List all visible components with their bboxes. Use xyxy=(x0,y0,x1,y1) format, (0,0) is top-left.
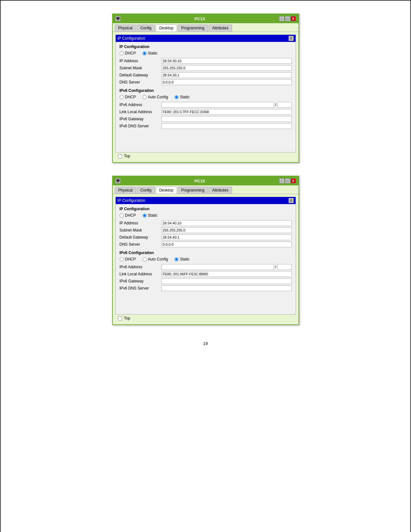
ipv6-dns-label-pc15: IPv6 DNS Server xyxy=(120,286,161,291)
ip-config-close-pc15[interactable]: X xyxy=(289,198,294,203)
ipv6-dhcp-radio-pc13[interactable]: DHCP xyxy=(120,95,136,99)
top-checkbox-pc15[interactable] xyxy=(118,316,122,320)
tab-attributes-pc15[interactable]: Attributes xyxy=(209,187,232,194)
ipv6-prefix-input-pc13[interactable] xyxy=(277,102,292,108)
pc13-window-icon xyxy=(115,16,121,21)
tab-desktop-pc13[interactable]: Desktop xyxy=(156,25,177,32)
dhcp-radio-input-pc13[interactable] xyxy=(120,51,124,55)
ipv6-static-input-pc13[interactable] xyxy=(174,95,179,99)
tab-config-pc13[interactable]: Config xyxy=(137,25,155,32)
default-gateway-row-pc15: Default Gateway xyxy=(120,234,292,240)
svg-rect-0 xyxy=(116,17,120,19)
tab-desktop-pc15[interactable]: Desktop xyxy=(156,187,177,194)
tab-programming-pc15[interactable]: Programming xyxy=(178,187,208,194)
ipv6-radio-row-pc13: DHCP Auto Config Static xyxy=(120,95,292,99)
ipv6-dns-label-pc13: IPv6 DNS Server xyxy=(120,124,161,128)
ip-config-close-pc13[interactable]: X xyxy=(289,36,294,41)
ipv6-auto-radio-pc15[interactable]: Auto Config xyxy=(142,257,168,261)
ipv6-dns-input-pc13[interactable] xyxy=(161,123,292,129)
top-checkbox-row-pc15: Top xyxy=(115,315,296,322)
svg-rect-2 xyxy=(117,20,119,20)
ip-address-input-pc13[interactable] xyxy=(161,58,292,64)
ipv6-address-input-pc15[interactable] xyxy=(161,264,274,270)
tab-attributes-pc13[interactable]: Attributes xyxy=(209,25,232,32)
ipv6-auto-radio-pc13[interactable]: Auto Config xyxy=(142,95,168,99)
top-checkbox-row-pc13: Top xyxy=(115,153,296,160)
tab-physical-pc15[interactable]: Physical xyxy=(115,187,136,194)
ipv6-dns-row-pc13: IPv6 DNS Server xyxy=(120,123,292,129)
tabs-pc15: Physical Config Desktop Programming Attr… xyxy=(113,185,298,194)
section-ipv6-pc13: IPv6 Configuration xyxy=(120,88,292,93)
ipv6-static-radio-pc13[interactable]: Static xyxy=(174,95,190,99)
ipv6-static-radio-pc15[interactable]: Static xyxy=(174,257,190,261)
ip-address-label-pc15: IP Address xyxy=(120,221,161,225)
ipv6-gateway-input-pc13[interactable] xyxy=(161,116,292,122)
close-btn-pc15[interactable]: X xyxy=(291,178,296,183)
ipv6-address-input-pc13[interactable] xyxy=(161,102,274,108)
subnet-mask-row-pc15: Subnet Mask xyxy=(120,227,292,233)
dns-server-row-pc15: DNS Server xyxy=(120,241,292,247)
content-pc15: IP Configuration X IP Configuration DHCP… xyxy=(113,194,298,324)
tab-programming-pc13[interactable]: Programming xyxy=(178,25,208,32)
static-radio-pc13[interactable]: Static xyxy=(142,51,158,55)
tab-config-pc15[interactable]: Config xyxy=(137,187,155,194)
ip-config-header-pc13: IP Configuration X xyxy=(116,35,296,42)
ipv6-dhcp-radio-pc15[interactable]: DHCP xyxy=(120,257,136,261)
svg-rect-3 xyxy=(116,179,120,182)
svg-rect-5 xyxy=(117,182,119,182)
link-local-input-pc15[interactable] xyxy=(161,271,292,277)
minimize-btn-pc13[interactable]: − xyxy=(279,16,284,21)
top-checkbox-pc13[interactable] xyxy=(118,154,122,158)
ipv6-dns-row-pc15: IPv6 DNS Server xyxy=(120,285,292,291)
ip-config-body-pc13: IP Configuration DHCP Static IP Address xyxy=(116,42,296,152)
top-checkbox-label-pc15: Top xyxy=(124,316,130,320)
tabs-pc13: Physical Config Desktop Programming Attr… xyxy=(113,23,298,32)
default-gateway-row-pc13: Default Gateway xyxy=(120,72,292,78)
svg-rect-1 xyxy=(117,19,119,20)
tab-physical-pc13[interactable]: Physical xyxy=(115,25,136,32)
ip-config-header-label-pc15: IP Configuration xyxy=(118,198,145,203)
ipv6-address-label-pc13: IPv6 Address xyxy=(120,103,161,107)
static-radio-input-pc13[interactable] xyxy=(142,51,147,55)
minimize-btn-pc15[interactable]: − xyxy=(279,178,284,183)
dhcp-radio-pc13[interactable]: DHCP xyxy=(120,51,136,55)
section-ip-pc15: IP Configuration xyxy=(120,207,292,211)
ipv6-auto-input-pc13[interactable] xyxy=(142,95,147,99)
default-gateway-input-pc13[interactable] xyxy=(161,72,292,78)
static-radio-pc15[interactable]: Static xyxy=(142,213,158,218)
pc15-window-icon xyxy=(115,178,121,183)
dns-server-input-pc15[interactable] xyxy=(161,241,292,247)
restore-btn-pc15[interactable]: □ xyxy=(285,178,290,183)
ip-config-panel-pc13: IP Configuration X IP Configuration DHCP… xyxy=(115,34,296,153)
section-ipv6-pc15: IPv6 Configuration xyxy=(120,251,292,255)
ip-config-header-pc15: IP Configuration X xyxy=(116,197,296,204)
default-gateway-input-pc15[interactable] xyxy=(161,234,292,240)
top-checkbox-label-pc13: Top xyxy=(124,154,130,158)
dns-server-label-pc13: DNS Server xyxy=(120,80,161,84)
dhcp-radio-input-pc15[interactable] xyxy=(120,213,124,218)
ipv6-radio-row-pc15: DHCP Auto Config Static xyxy=(120,257,292,261)
static-radio-input-pc15[interactable] xyxy=(142,213,147,218)
ipv6-gateway-input-pc15[interactable] xyxy=(161,278,292,284)
ipv6-dhcp-input-pc15[interactable] xyxy=(120,257,124,261)
ipv6-prefix-input-pc15[interactable] xyxy=(277,264,292,270)
titlebar-pc15: PC15 − □ X xyxy=(113,176,298,185)
dhcp-radio-pc15[interactable]: DHCP xyxy=(120,213,136,218)
dns-server-input-pc13[interactable] xyxy=(161,79,292,85)
ipv6-static-input-pc15[interactable] xyxy=(174,257,179,261)
restore-btn-pc13[interactable]: □ xyxy=(285,16,290,21)
link-local-input-pc13[interactable] xyxy=(161,109,292,115)
ipv6-gateway-row-pc15: IPv6 Gateway xyxy=(120,278,292,284)
ipv6-gateway-row-pc13: IPv6 Gateway xyxy=(120,116,292,122)
link-local-row-pc13: Link Local Address xyxy=(120,109,292,115)
subnet-mask-input-pc13[interactable] xyxy=(161,65,292,71)
titlebar-pc13: PC13 − □ X xyxy=(113,14,298,23)
page-container: PC13 − □ X Physical Config Desktop Progr… xyxy=(0,1,411,532)
ipv6-auto-input-pc15[interactable] xyxy=(142,257,147,261)
window-title-pc13: PC13 xyxy=(121,16,279,21)
ipv6-dhcp-input-pc13[interactable] xyxy=(120,95,124,99)
subnet-mask-input-pc15[interactable] xyxy=(161,227,292,233)
ip-address-input-pc15[interactable] xyxy=(161,220,292,226)
ipv6-dns-input-pc15[interactable] xyxy=(161,285,292,291)
close-btn-pc13[interactable]: X xyxy=(291,16,296,21)
